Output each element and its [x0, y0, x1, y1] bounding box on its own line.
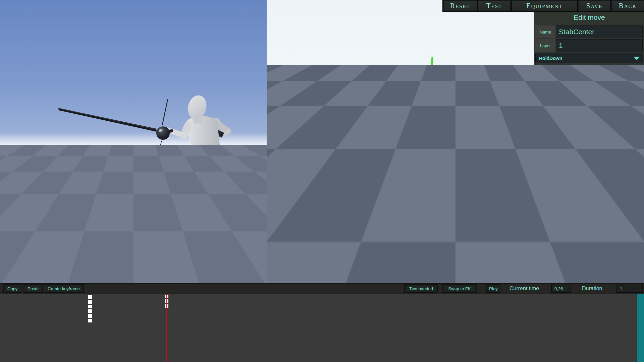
bone-list-scrollbar[interactable]	[637, 80, 644, 283]
keyframe-marker[interactable]	[88, 314, 92, 318]
timeline-end-bar[interactable]	[637, 294, 644, 362]
bone-dropdown[interactable]: ELBOW_RIGHT	[535, 191, 599, 200]
chevron-down-icon	[590, 275, 596, 278]
execution-time-label: Execution time	[535, 177, 568, 186]
delete-button[interactable]: Delete	[614, 204, 636, 212]
execution-time-input[interactable]: 0,14	[569, 96, 599, 106]
keyframe-marker[interactable]	[88, 295, 92, 299]
execution-time-input[interactable]: 0,14	[569, 177, 599, 186]
back-button[interactable]: Back	[611, 0, 644, 11]
paste-button[interactable]: Paste	[23, 284, 43, 293]
bone-dropdown[interactable]: ELBOW_RIGHT	[535, 272, 599, 281]
create-keyframe-button[interactable]: Create keyframe	[44, 284, 84, 293]
bone-row: WRIST_RIGHT Execution time 0,14 Delete	[534, 216, 637, 242]
delete-button[interactable]: Delete	[614, 231, 636, 239]
execution-time-input[interactable]: 0,14	[569, 150, 599, 159]
execution-time-input[interactable]: 0,14	[569, 123, 599, 132]
keyframe-marker[interactable]	[88, 300, 92, 304]
bone-dropdown[interactable]: SPINE2	[535, 111, 599, 120]
copy-button[interactable]: Copy	[3, 284, 21, 293]
layer-label: Layer	[535, 39, 555, 52]
ground-plane	[0, 145, 267, 283]
scrollbar-thumb[interactable]	[637, 80, 644, 248]
chevron-down-icon	[590, 221, 596, 224]
execution-time-input[interactable]: 0,26	[569, 257, 599, 266]
execution-time-label: Execution time	[535, 96, 568, 106]
bone-dropdown[interactable]: NECK	[535, 137, 599, 146]
bone-row: ELBOW_RIGHT Execution time 0,14 Delete	[534, 189, 637, 215]
duration-input[interactable]: 1	[616, 285, 643, 293]
edit-move-header: Edit move Name StabCenter Layer 1 HoldDo…	[534, 12, 644, 78]
trigger-dropdown-value: HoldDown	[539, 56, 562, 61]
reset-button[interactable]: Reset	[443, 0, 477, 11]
execution-time-label: Execution time	[535, 203, 568, 213]
execution-time-label: Execution time	[535, 150, 568, 159]
bone-row: ELBOW_RIGHT	[534, 270, 637, 283]
chevron-down-icon	[590, 140, 596, 143]
chevron-down-icon	[590, 248, 596, 251]
bone-row: SHOULDER_RIGHT Execution time 0,26 Delet…	[534, 243, 637, 268]
swap-to-fk-button[interactable]: Swap to FK	[442, 284, 477, 293]
execution-time-label: Execution time	[535, 123, 568, 132]
bone-row: SPINE2 Execution time 0,14 Delete	[534, 109, 637, 134]
execution-time-input[interactable]: 0,14	[569, 230, 599, 240]
bone-dropdown[interactable]: SHOULDER_RIGHT	[535, 164, 599, 173]
viewport-preview[interactable]	[0, 0, 267, 283]
top-button-bar: Reset Test Equipment Save Back	[442, 0, 644, 12]
animation-editor: Reset Test Equipment Save Back Edit move…	[0, 0, 644, 362]
add-new-button[interactable]: Add new	[536, 65, 588, 77]
delete-button[interactable]: Delete	[614, 258, 636, 266]
save-button[interactable]: Save	[578, 0, 610, 11]
panel-title: Edit move	[534, 13, 644, 21]
play-button[interactable]: Play	[486, 284, 500, 293]
current-time-label: Current time	[509, 284, 539, 293]
edit-move-panel: Edit move Name StabCenter Layer 1 HoldDo…	[534, 12, 644, 283]
chevron-down-icon	[590, 194, 596, 197]
playhead[interactable]	[166, 294, 167, 362]
delete-button[interactable]: Delete	[614, 97, 636, 105]
timeline[interactable]	[0, 294, 644, 362]
move-name-input[interactable]: StabCenter	[556, 25, 643, 38]
bone-dropdown[interactable]: SHOULDER_RIGHT	[535, 245, 599, 254]
bone-row: NECK Execution time 0,14 Delete	[534, 136, 637, 161]
mirror-button[interactable]: Mirror	[590, 65, 643, 77]
chevron-down-icon	[590, 167, 596, 170]
duration-label: Duration	[582, 284, 602, 293]
chevron-down-icon	[634, 57, 640, 60]
two-handed-button[interactable]: Two handed	[404, 284, 438, 293]
execution-time-label: Execution time	[535, 257, 568, 266]
trigger-dropdown[interactable]: HoldDown	[535, 53, 643, 63]
delete-button[interactable]: Delete	[614, 177, 636, 185]
bone-sub-dropdown[interactable]	[600, 218, 636, 227]
chevron-down-icon	[590, 87, 596, 90]
keyframe-marker[interactable]	[88, 309, 92, 313]
execution-time-input[interactable]: 0,14	[569, 203, 599, 213]
name-label: Name	[535, 25, 555, 38]
delete-button[interactable]: Delete	[614, 150, 636, 159]
horizon-glow	[0, 132, 267, 146]
execution-time-label: Execution time	[535, 230, 568, 240]
keyframe-marker[interactable]	[88, 319, 92, 322]
bottom-toolbar: Copy Paste Create keyframe Two handed Sw…	[0, 283, 644, 294]
equipment-button[interactable]: Equipment	[512, 0, 577, 11]
keyframe-marker[interactable]	[88, 305, 92, 308]
delete-button[interactable]: Delete	[614, 124, 636, 132]
bone-row: SPINE1 Execution time 0,14 Delete	[534, 82, 637, 108]
layer-input[interactable]: 1	[556, 39, 643, 52]
bone-row: SHOULDER_RIGHT Execution time 0,14 Delet…	[534, 163, 637, 188]
bone-dropdown[interactable]: SPINE1	[535, 84, 599, 93]
bone-dropdown[interactable]: WRIST_RIGHT	[535, 218, 599, 227]
chevron-down-icon	[627, 221, 633, 224]
chevron-down-icon	[590, 114, 596, 117]
keyframe-track-014	[88, 295, 92, 322]
test-button[interactable]: Test	[478, 0, 511, 11]
current-time-input[interactable]: 0,26	[551, 285, 571, 293]
